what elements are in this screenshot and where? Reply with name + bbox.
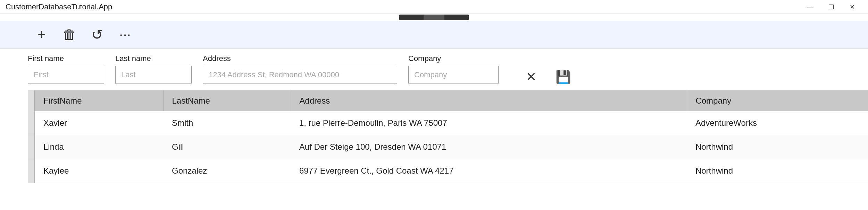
table-body: XavierSmith1, rue Pierre-Demoulin, Paris… bbox=[28, 111, 868, 183]
minimize-button[interactable]: — bbox=[800, 0, 821, 14]
cell-address: 1, rue Pierre-Demoulin, Paris WA 75007 bbox=[291, 111, 687, 135]
row-indicator bbox=[28, 135, 35, 159]
progress-bar-container bbox=[399, 15, 469, 20]
col-header-address: Address bbox=[291, 90, 687, 111]
address-input[interactable] bbox=[203, 66, 397, 84]
table-row[interactable]: LindaGillAuf Der Steige 100, Dresden WA … bbox=[28, 135, 868, 159]
delete-button[interactable]: 🗑 bbox=[56, 24, 83, 46]
last-name-input[interactable] bbox=[115, 66, 192, 84]
refresh-button[interactable]: ↺ bbox=[83, 24, 111, 46]
cell-last_name: Gonzalez bbox=[164, 159, 291, 183]
progress-area bbox=[0, 14, 868, 21]
address-field: Address bbox=[203, 54, 397, 84]
form-actions: ✕ 💾 bbox=[521, 54, 574, 87]
table-row[interactable]: XavierSmith1, rue Pierre-Demoulin, Paris… bbox=[28, 111, 868, 135]
row-indicator-header bbox=[28, 90, 35, 111]
cell-address: 6977 Evergreen Ct., Gold Coast WA 4217 bbox=[291, 159, 687, 183]
company-label: Company bbox=[408, 54, 499, 63]
first-name-input[interactable] bbox=[28, 66, 104, 84]
table-header-row: FirstName LastName Address Company bbox=[28, 90, 868, 111]
first-name-field: First name bbox=[28, 54, 104, 84]
table-header: FirstName LastName Address Company bbox=[28, 90, 868, 111]
table-row[interactable]: KayleeGonzalez6977 Evergreen Ct., Gold C… bbox=[28, 159, 868, 183]
row-indicator bbox=[28, 159, 35, 183]
last-name-label: Last name bbox=[115, 54, 192, 63]
cell-company: Northwind bbox=[687, 135, 868, 159]
col-header-company: Company bbox=[687, 90, 868, 111]
address-label: Address bbox=[203, 54, 397, 63]
maximize-button[interactable]: ❑ bbox=[821, 0, 842, 14]
more-button[interactable]: ··· bbox=[111, 24, 139, 46]
progress-bar bbox=[424, 15, 444, 20]
save-button[interactable]: 💾 bbox=[553, 67, 574, 87]
first-name-label: First name bbox=[28, 54, 104, 63]
app-title: CustomerDatabaseTutorial.App bbox=[6, 2, 112, 11]
form-area: First name Last name Address Company ✕ 💾 bbox=[0, 49, 868, 90]
cell-first_name: Xavier bbox=[35, 111, 164, 135]
cancel-button[interactable]: ✕ bbox=[521, 67, 542, 87]
company-field: Company bbox=[408, 54, 499, 84]
toolbar: + 🗑 ↺ ··· bbox=[0, 21, 868, 49]
close-button[interactable]: ✕ bbox=[842, 0, 862, 14]
cell-address: Auf Der Steige 100, Dresden WA 01071 bbox=[291, 135, 687, 159]
add-button[interactable]: + bbox=[28, 24, 56, 46]
cell-first_name: Linda bbox=[35, 135, 164, 159]
cell-last_name: Smith bbox=[164, 111, 291, 135]
data-table-container: FirstName LastName Address Company Xavie… bbox=[28, 90, 868, 210]
cell-company: Northwind bbox=[687, 159, 868, 183]
col-header-lastname: LastName bbox=[164, 90, 291, 111]
title-bar: CustomerDatabaseTutorial.App — ❑ ✕ bbox=[0, 0, 868, 14]
cell-last_name: Gill bbox=[164, 135, 291, 159]
title-bar-controls: — ❑ ✕ bbox=[800, 0, 862, 14]
company-input[interactable] bbox=[408, 66, 499, 84]
col-header-firstname: FirstName bbox=[35, 90, 164, 111]
row-indicator bbox=[28, 111, 35, 135]
cell-first_name: Kaylee bbox=[35, 159, 164, 183]
cell-company: AdventureWorks bbox=[687, 111, 868, 135]
title-bar-left: CustomerDatabaseTutorial.App bbox=[6, 2, 112, 11]
data-table: FirstName LastName Address Company Xavie… bbox=[28, 90, 868, 183]
last-name-field: Last name bbox=[115, 54, 192, 84]
